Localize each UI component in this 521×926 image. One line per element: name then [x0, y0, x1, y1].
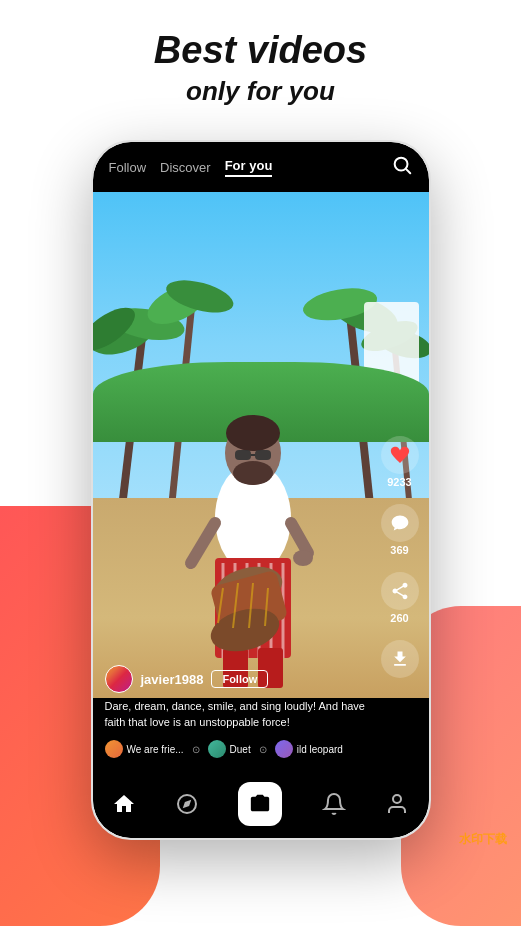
- heart-icon: [381, 436, 419, 474]
- tab-discover[interactable]: Discover: [160, 160, 211, 175]
- share-count: 260: [390, 612, 408, 624]
- sound-chip-2[interactable]: Duet: [208, 740, 251, 758]
- sound-avatar-1: [105, 740, 123, 758]
- download-action[interactable]: [381, 640, 419, 678]
- header-section: Best videos only for you: [0, 30, 521, 107]
- svg-rect-26: [235, 450, 251, 460]
- share-action[interactable]: 260: [381, 572, 419, 624]
- svg-line-40: [406, 169, 410, 173]
- search-icon[interactable]: [391, 154, 413, 180]
- follow-button[interactable]: Follow: [211, 670, 268, 688]
- profile-icon: [385, 792, 409, 816]
- sound-chip-1[interactable]: We are frie...: [105, 740, 184, 758]
- svg-marker-42: [183, 800, 191, 808]
- svg-rect-27: [255, 450, 271, 460]
- watermark: 水印下载: [459, 831, 507, 848]
- main-title: Best videos: [0, 30, 521, 72]
- like-action[interactable]: 9233: [381, 436, 419, 488]
- top-navigation: Follow Discover For you: [93, 142, 429, 192]
- svg-point-43: [393, 795, 401, 803]
- user-avatar: [105, 665, 133, 693]
- nav-camera[interactable]: [238, 782, 282, 826]
- share-icon: [381, 572, 419, 610]
- nav-notifications[interactable]: [322, 792, 346, 816]
- compass-icon: [175, 792, 199, 816]
- svg-line-29: [191, 523, 215, 563]
- nav-tabs: Follow Discover For you: [109, 158, 273, 177]
- camera-icon: [238, 782, 282, 826]
- sound-avatar-3: [275, 740, 293, 758]
- nav-discover[interactable]: [175, 792, 199, 816]
- bottom-info: javier1988 Follow Dare, dream, dance, sm…: [105, 665, 374, 758]
- action-buttons: 9233 369 260: [381, 436, 419, 678]
- main-subtitle: only for you: [0, 76, 521, 107]
- username-label: javier1988: [141, 672, 204, 687]
- nav-profile[interactable]: [385, 792, 409, 816]
- svg-point-38: [293, 550, 313, 566]
- sound-chip-3[interactable]: ild leopard: [275, 740, 343, 758]
- user-row: javier1988 Follow: [105, 665, 374, 693]
- sound-avatar-2: [208, 740, 226, 758]
- svg-point-24: [226, 415, 280, 451]
- nav-home[interactable]: [112, 792, 136, 816]
- tab-follow[interactable]: Follow: [109, 160, 147, 175]
- caption: Dare, dream, dance, smile, and sing loud…: [105, 699, 374, 730]
- phone-screen: Follow Discover For you 9233: [93, 142, 429, 838]
- person-svg: [173, 378, 333, 698]
- svg-line-30: [291, 523, 308, 553]
- tab-for-you[interactable]: For you: [225, 158, 273, 177]
- sounds-row: We are frie... ⊙ Duet ⊙ ild leopard: [105, 740, 374, 758]
- svg-point-25: [233, 461, 273, 485]
- like-count: 9233: [387, 476, 411, 488]
- bell-icon: [322, 792, 346, 816]
- comment-icon: [381, 504, 419, 542]
- bottom-navigation: [93, 770, 429, 838]
- comment-action[interactable]: 369: [381, 504, 419, 556]
- comment-count: 369: [390, 544, 408, 556]
- home-icon: [112, 792, 136, 816]
- phone-mockup: Follow Discover For you 9233: [91, 140, 431, 840]
- download-icon: [381, 640, 419, 678]
